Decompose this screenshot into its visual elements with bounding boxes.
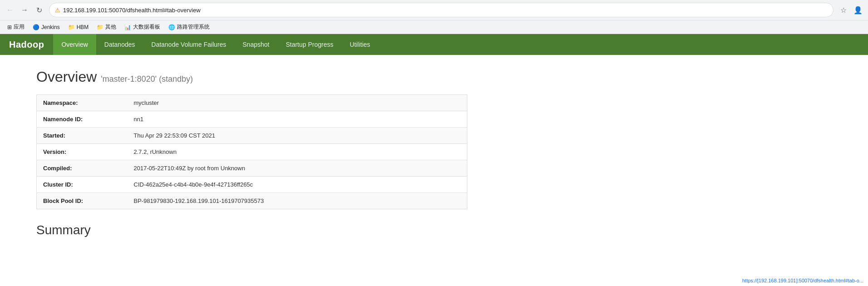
tab-overview[interactable]: Overview (53, 34, 96, 55)
nav-buttons: ← → ↻ (4, 4, 45, 16)
browser-toolbar: ← → ↻ ⚠ 192.168.199.101:50070/dfshealth.… (0, 0, 868, 20)
bookmark-apps-label: 应用 (14, 23, 25, 31)
tab-utilities[interactable]: Utilities (342, 34, 378, 55)
row-value-started: Thu Apr 29 22:53:09 CST 2021 (128, 128, 467, 144)
bookmark-jenkins-label: Jenkins (41, 24, 60, 30)
tab-startup-progress[interactable]: Startup Progress (278, 34, 342, 55)
table-row: Cluster ID: CID-462a25e4-c4b4-4b0e-9e4f-… (37, 177, 467, 193)
bookmark-other-label: 其他 (105, 23, 116, 31)
bookmark-bigdata[interactable]: 📊 大数据看板 (121, 22, 164, 32)
row-value-block-pool-id: BP-981979830-192.168.199.101-16197079355… (128, 193, 467, 209)
table-row: Namenode ID: nn1 (37, 111, 467, 128)
bookmarks-bar: ⊞ 应用 🔵 Jenkins 📁 HBM 📁 其他 📊 大数据看板 🌐 路路管理… (0, 20, 868, 34)
table-row: Compiled: 2017-05-22T10:49Z by root from… (37, 160, 467, 177)
row-value-namespace: mycluster (128, 95, 467, 111)
row-value-version: 2.7.2, rUnknown (128, 144, 467, 160)
row-label-started: Started: (37, 128, 128, 144)
table-row: Namespace: mycluster (37, 95, 467, 111)
summary-title: Summary (36, 223, 832, 237)
browser-actions: ☆ 👤 (837, 4, 864, 16)
apps-icon: ⊞ (7, 24, 12, 30)
row-label-compiled: Compiled: (37, 160, 128, 177)
hadoop-nav: Hadoop Overview Datanodes Datanode Volum… (0, 34, 868, 55)
tab-snapshot[interactable]: Snapshot (235, 34, 278, 55)
row-label-version: Version: (37, 144, 128, 160)
tab-datanode-volume-failures[interactable]: Datanode Volume Failures (143, 34, 235, 55)
table-row: Block Pool ID: BP-981979830-192.168.199.… (37, 193, 467, 209)
row-value-cluster-id: CID-462a25e4-c4b4-4b0e-9e4f-427136ff265c (128, 177, 467, 193)
page-title: Overview 'master-1:8020' (standby) (36, 69, 832, 85)
row-label-block-pool-id: Block Pool ID: (37, 193, 128, 209)
bookmark-hbm[interactable]: 📁 HBM (64, 23, 93, 31)
bookmark-hbm-label: HBM (77, 24, 89, 30)
table-row: Started: Thu Apr 29 22:53:09 CST 2021 (37, 128, 467, 144)
bigdata-icon: 📊 (124, 24, 131, 30)
back-button[interactable]: ← (4, 4, 16, 16)
info-table: Namespace: mycluster Namenode ID: nn1 St… (36, 94, 467, 209)
row-label-namespace: Namespace: (37, 95, 128, 111)
nav-tabs: Overview Datanodes Datanode Volume Failu… (53, 34, 378, 55)
bookmark-road-label: 路路管理系统 (177, 23, 210, 31)
main-content: Overview 'master-1:8020' (standby) Names… (0, 55, 868, 256)
hbm-icon: 📁 (68, 24, 75, 30)
row-label-cluster-id: Cluster ID: (37, 177, 128, 193)
row-value-namenode-id: nn1 (128, 111, 467, 128)
bookmark-other[interactable]: 📁 其他 (93, 22, 120, 32)
profile-button[interactable]: 👤 (852, 4, 864, 16)
bookmark-button[interactable]: ☆ (837, 4, 850, 16)
page-subtitle: 'master-1:8020' (standby) (101, 74, 193, 84)
other-icon: 📁 (97, 24, 103, 30)
address-bar[interactable]: ⚠ 192.168.199.101:50070/dfshealth.html#t… (49, 3, 834, 17)
forward-button[interactable]: → (18, 4, 31, 16)
tab-datanodes[interactable]: Datanodes (96, 34, 143, 55)
security-icon: ⚠ (55, 7, 60, 14)
bookmark-road[interactable]: 🌐 路路管理系统 (165, 22, 213, 32)
row-label-namenode-id: Namenode ID: (37, 111, 128, 128)
reload-button[interactable]: ↻ (33, 4, 45, 16)
road-icon: 🌐 (168, 24, 175, 30)
bookmark-apps[interactable]: ⊞ 应用 (4, 22, 28, 32)
jenkins-icon: 🔵 (33, 24, 39, 30)
row-value-compiled: 2017-05-22T10:49Z by root from Unknown (128, 160, 467, 177)
hadoop-brand: Hadoop (0, 39, 53, 50)
table-row: Version: 2.7.2, rUnknown (37, 144, 467, 160)
browser-chrome: ← → ↻ ⚠ 192.168.199.101:50070/dfshealth.… (0, 0, 868, 34)
bookmark-jenkins[interactable]: 🔵 Jenkins (29, 23, 64, 31)
url-text: 192.168.199.101:50070/dfshealth.html#tab… (63, 7, 828, 14)
bookmark-bigdata-label: 大数据看板 (133, 23, 160, 31)
